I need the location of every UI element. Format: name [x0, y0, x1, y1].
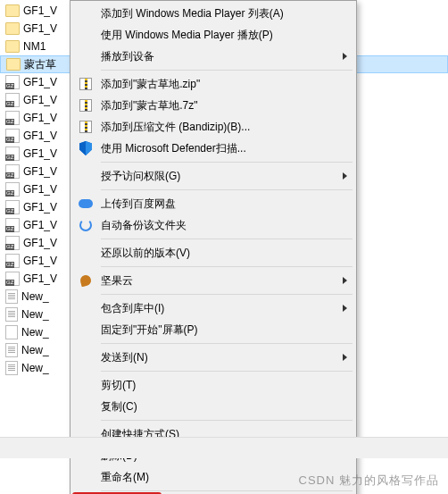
menu-item[interactable]: 添加到"蒙古草地.zip" — [72, 73, 354, 95]
menu-item-label: 播放到设备 — [101, 49, 154, 64]
menu-item[interactable]: 自动备份该文件夹 — [72, 214, 354, 236]
file-name: GF1_V — [23, 237, 57, 249]
text-file-icon — [5, 343, 18, 357]
menu-separator — [101, 239, 353, 239]
archive-icon — [5, 129, 20, 143]
folder-icon — [5, 40, 20, 53]
menu-item[interactable]: 发送到(N) — [72, 347, 354, 368]
sync-icon — [78, 217, 94, 233]
menu-separator — [101, 294, 353, 295]
file-name: New_ — [21, 326, 49, 339]
file-name: New_ — [21, 308, 49, 321]
menu-item-label: 坚果云 — [101, 273, 133, 289]
cloud-icon — [78, 196, 94, 212]
archive-icon — [5, 182, 20, 197]
menu-separator — [101, 70, 353, 71]
file-name: New_ — [21, 344, 49, 356]
menu-item[interactable]: 剪切(T) — [72, 374, 354, 396]
archive-icon — [5, 164, 20, 179]
archive-icon — [5, 218, 20, 232]
menu-item-label: 添加到"蒙古草地.zip" — [101, 77, 200, 92]
menu-item-label: 发送到(N) — [101, 350, 148, 365]
chevron-right-icon — [343, 172, 347, 180]
file-name: GF1_V — [23, 219, 57, 231]
file-name: GF1_V — [23, 272, 57, 285]
menu-item[interactable]: 包含到库中(I) — [72, 297, 354, 319]
file-name: GF1_V — [23, 201, 57, 214]
menu-item-label: 重命名(M) — [101, 470, 149, 485]
menu-item[interactable]: 添加到 Windows Media Player 列表(A) — [72, 3, 354, 24]
menu-item-label: 添加到 Windows Media Player 列表(A) — [101, 6, 284, 21]
menu-item[interactable]: 添加到"蒙古草地.7z" — [72, 95, 354, 116]
menu-item-label: 自动备份该文件夹 — [101, 218, 187, 233]
file-name: GF1_V — [23, 183, 57, 196]
text-file-icon — [5, 307, 18, 322]
archive-icon — [5, 272, 20, 286]
folder-icon — [5, 22, 20, 35]
menu-item[interactable]: 上传到百度网盘 — [72, 193, 354, 214]
zip-icon — [78, 119, 94, 135]
menu-item[interactable]: 坚果云 — [72, 270, 354, 291]
menu-item[interactable]: 使用 Windows Media Player 播放(P) — [72, 24, 354, 46]
context-menu: 添加到 Windows Media Player 列表(A)使用 Windows… — [70, 0, 357, 494]
file-name: 蒙古草 — [24, 57, 56, 72]
menu-item-label: 复制(C) — [101, 399, 137, 414]
zip-icon — [78, 97, 94, 113]
file-name: GF1_V — [23, 112, 57, 124]
menu-item-label: 使用 Microsoft Defender扫描... — [101, 141, 246, 156]
archive-icon — [5, 111, 20, 125]
chevron-right-icon — [343, 53, 347, 60]
file-name: NM1 — [23, 40, 46, 53]
file-name: New_ — [21, 290, 49, 303]
text-file-icon — [5, 289, 18, 304]
menu-item-label: 添加到压缩文件 (Bandizip)(B)... — [101, 120, 250, 135]
file-name: GF1_V — [23, 22, 57, 35]
menu-separator — [101, 189, 353, 190]
menu-item[interactable]: 复制(C) — [72, 396, 354, 417]
menu-separator — [101, 420, 353, 421]
file-name: GF1_V — [23, 165, 57, 178]
menu-item[interactable]: 使用 Microsoft Defender扫描... — [72, 138, 354, 159]
file-name: New_ — [21, 362, 49, 374]
file-name: GF1_V — [23, 147, 57, 160]
menu-separator — [101, 343, 353, 344]
file-name: GF1_V — [23, 4, 57, 17]
archive-icon — [5, 147, 20, 161]
shield-icon — [78, 140, 94, 156]
chevron-right-icon — [343, 305, 347, 312]
menu-item-label: 使用 Windows Media Player 播放(P) — [101, 28, 273, 43]
menu-item-label: 固定到"开始"屏幕(P) — [101, 322, 198, 338]
menu-item-label: 还原以前的版本(V) — [101, 246, 190, 261]
file-name: GF1_V — [23, 130, 57, 142]
archive-icon — [5, 200, 20, 214]
folder-icon — [6, 58, 21, 71]
chevron-right-icon — [343, 354, 347, 361]
archive-icon — [5, 254, 20, 268]
menu-item[interactable]: 播放到设备 — [72, 46, 354, 67]
nut-icon — [78, 272, 94, 289]
file-name: GF1_V — [23, 76, 57, 88]
menu-item-label: 包含到库中(I) — [101, 301, 164, 316]
menu-separator — [101, 371, 353, 372]
menu-item[interactable]: 还原以前的版本(V) — [72, 242, 354, 264]
chevron-right-icon — [343, 277, 347, 284]
archive-icon — [5, 236, 20, 250]
menu-item[interactable]: 授予访问权限(G) — [72, 165, 354, 187]
menu-item-label: 添加到"蒙古草地.7z" — [101, 98, 198, 113]
xml-icon — [5, 325, 18, 339]
menu-item[interactable]: 固定到"开始"屏幕(P) — [72, 319, 354, 340]
menu-separator — [101, 266, 353, 267]
file-name: GF1_V — [23, 94, 57, 106]
archive-icon — [5, 93, 20, 107]
menu-item-label: 授予访问权限(G) — [101, 169, 180, 184]
text-file-icon — [5, 361, 18, 375]
menu-item[interactable]: 添加到压缩文件 (Bandizip)(B)... — [72, 116, 354, 138]
folder-icon — [5, 4, 20, 17]
archive-icon — [5, 75, 20, 89]
menu-item-label: 剪切(T) — [101, 378, 136, 393]
file-name: GF1_V — [23, 255, 57, 267]
status-bar — [0, 437, 448, 458]
menu-separator — [101, 162, 353, 163]
watermark: CSDN 魅力的风格写作品 — [299, 473, 439, 489]
zip-icon — [78, 76, 94, 92]
